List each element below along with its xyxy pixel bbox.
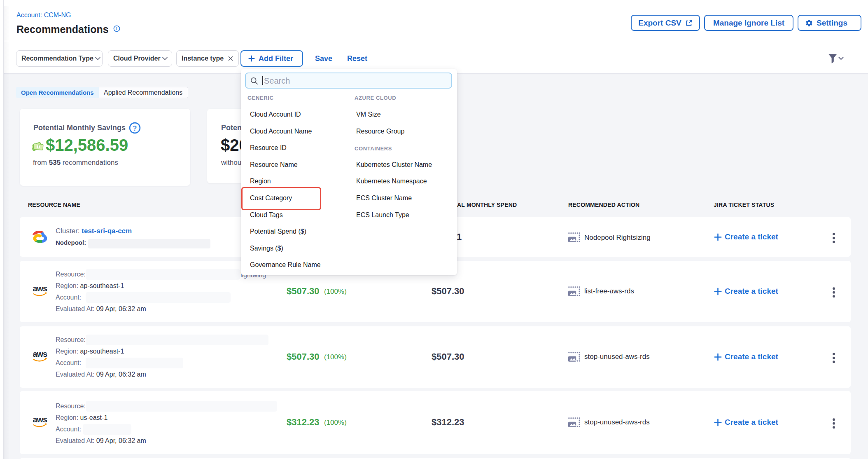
svg-text:?: ? — [133, 125, 137, 132]
svg-text:aws: aws — [33, 351, 47, 358]
svg-text:aws: aws — [33, 285, 47, 293]
svg-text:aws: aws — [33, 416, 47, 424]
